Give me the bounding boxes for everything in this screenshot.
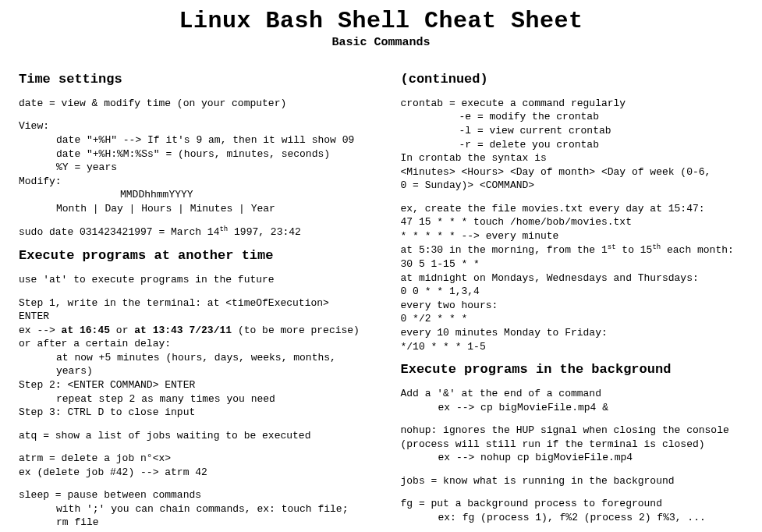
text-line: date "+%H:%M:%Ss" = (hours, minutes, sec… xyxy=(19,147,362,161)
text-line: ex --> nohup cp bigMovieFile.mp4 xyxy=(401,451,744,465)
text-line: repeat step 2 as many times you need xyxy=(19,392,362,406)
text-line: Step 2: <ENTER COMMAND> ENTER xyxy=(19,378,362,392)
text-line: date = view & modify time (on your compu… xyxy=(19,97,362,111)
text-line: -l = view current crontab xyxy=(401,124,744,138)
text-line: ex --> cp bigMovieFile.mp4 & xyxy=(401,401,744,415)
text-line: 47 15 * * * touch /home/bob/movies.txt xyxy=(401,215,744,229)
text-span: or xyxy=(110,325,134,336)
text-line: nohup: ignores the HUP signal when closi… xyxy=(401,424,744,438)
text-line: * * * * * --> every minute xyxy=(401,229,744,243)
text-line: <Minutes> <Hours> <Day of month> <Day of… xyxy=(401,165,744,179)
text-line: every 10 minutes Monday to Friday: xyxy=(401,326,744,340)
text-line: fg = put a background process to foregro… xyxy=(401,497,744,511)
text-line: sleep = pause between commands xyxy=(19,488,362,502)
text-line: -r = delete you crontab xyxy=(401,138,744,152)
text-line: */10 * * * 1-5 xyxy=(401,340,744,354)
text-line: (process will still run if the terminal … xyxy=(401,438,744,452)
text-line: ex (delete job #42) --> atrm 42 xyxy=(19,466,362,480)
text-line: 30 5 1-15 * * xyxy=(401,257,744,271)
text-line: View: xyxy=(19,119,362,133)
text-line: Month | Day | Hours | Minutes | Year xyxy=(19,202,362,216)
text-line: every two hours: xyxy=(401,299,744,313)
text-span: 1997, 23:42 xyxy=(228,227,301,239)
text-span: (to be more precise) xyxy=(232,325,360,336)
text-line: with ';' you can chain commands, ex: tou… xyxy=(19,502,362,530)
text-span: each month: xyxy=(661,245,734,257)
text-line: In crontab the syntax is xyxy=(401,151,744,165)
text-line: 0 = Sunday)> <COMMAND> xyxy=(401,179,744,193)
section-execute-background: Execute programs in the background xyxy=(401,361,744,379)
text-line: use 'at' to execute programs in the futu… xyxy=(19,273,362,287)
text-line: Step 3: CTRL D to close input xyxy=(19,406,362,420)
text-line: jobs = know what is running in the backg… xyxy=(401,474,744,488)
text-line: or after a certain delay: xyxy=(19,337,362,351)
text-line: sudo date 031423421997 = March 14th 1997… xyxy=(19,225,362,239)
text-line: date "+%H" --> If it's 9 am, then it wil… xyxy=(19,133,362,147)
text-span: ex --> xyxy=(19,325,62,336)
text-span: at 5:30 in the morning, from the 1 xyxy=(401,245,608,257)
text-line: 0 */2 * * * xyxy=(401,312,744,326)
text-span: sudo date 031423421997 = March 14 xyxy=(19,227,219,239)
text-bold: at 13:43 7/23/11 xyxy=(134,325,232,336)
superscript: st xyxy=(608,243,616,251)
superscript: th xyxy=(652,243,661,251)
page-subtitle: Basic Commands xyxy=(19,36,743,49)
text-line: at now +5 minutes (hours, days, weeks, m… xyxy=(19,351,362,378)
text-line: Step 1, write in the terminal: at <timeO… xyxy=(19,296,362,324)
text-line: atrm = delete a job n°<x> xyxy=(19,452,362,466)
text-line: MMDDhhmmYYYY xyxy=(19,188,362,202)
text-span: to 15 xyxy=(616,245,653,257)
text-line: Add a '&' at the end of a command xyxy=(401,387,744,401)
text-line: at midnight on Mondays, Wednesdays and T… xyxy=(401,271,744,286)
text-line: ex --> at 16:45 or at 13:43 7/23/11 (to … xyxy=(19,324,362,338)
text-line: -e = modify the crontab xyxy=(401,110,744,124)
text-line: atq = show a list of jobs waiting to be … xyxy=(19,429,362,443)
section-continued: (continued) xyxy=(401,71,744,89)
text-line: crontab = execute a command regularly xyxy=(401,97,744,111)
text-bold: at 16:45 xyxy=(62,325,110,336)
text-line: ex, create the file movies.txt every day… xyxy=(401,202,744,216)
text-line: 0 0 * * 1,3,4 xyxy=(401,285,744,299)
text-line: ex: fg (process 1), f%2 (process 2) f%3,… xyxy=(401,511,744,525)
text-line: at 5:30 in the morning, from the 1st to … xyxy=(401,243,744,257)
page-title: Linux Bash Shell Cheat Sheet xyxy=(19,8,743,34)
columns: Time settings date = view & modify time … xyxy=(19,63,743,532)
right-column: (continued) crontab = execute a command … xyxy=(401,63,744,532)
section-execute-another-time: Execute programs at another time xyxy=(19,247,362,265)
text-line: %Y = years xyxy=(19,161,362,175)
text-line: Modify: xyxy=(19,175,362,189)
left-column: Time settings date = view & modify time … xyxy=(19,63,362,532)
section-time-settings: Time settings xyxy=(19,71,362,89)
superscript: th xyxy=(219,225,228,233)
